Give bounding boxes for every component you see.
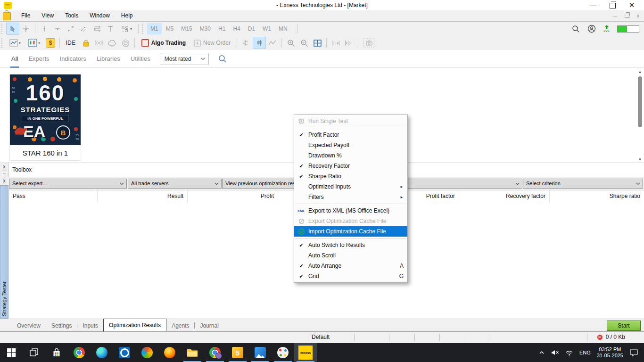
zoom-out-button[interactable] xyxy=(297,37,311,49)
column-header-result[interactable]: Result xyxy=(98,190,188,202)
timeframe-h4[interactable]: H4 xyxy=(230,23,243,34)
signals-broadcast-icon[interactable] xyxy=(92,37,106,49)
timeframe-m5[interactable]: M5 xyxy=(163,23,177,34)
shapes-tool-button[interactable]: ▾ xyxy=(117,23,136,35)
horizontal-line-tool-button[interactable] xyxy=(51,23,64,35)
market-tab-utilities[interactable]: Utilities xyxy=(131,50,150,68)
expert-select[interactable]: Select expert... xyxy=(9,179,127,189)
server-select[interactable]: All trade servers xyxy=(128,179,222,189)
menu-item-filters[interactable]: Filters► xyxy=(294,192,407,202)
zoom-in-button[interactable] xyxy=(284,37,297,49)
mdi-close-icon[interactable]: x xyxy=(637,13,639,18)
taskbar-outlook-icon[interactable] xyxy=(113,343,136,362)
column-header-pass[interactable]: Pass xyxy=(9,190,98,202)
algo-trading-button[interactable]: Algo Trading xyxy=(137,37,190,49)
market-tab-experts[interactable]: Experts xyxy=(28,50,49,68)
menu-tools[interactable]: Tools xyxy=(59,10,84,21)
menu-item-auto-arrange[interactable]: ✔Auto ArrangeA xyxy=(294,261,407,271)
profile-icon[interactable] xyxy=(587,25,596,33)
chart-shift-left-icon[interactable] xyxy=(342,37,355,49)
notification-center-icon[interactable] xyxy=(629,349,638,356)
menu-item-export-to-xml-ms-office-excel[interactable]: XMLExport to XML (MS Office Excel) xyxy=(294,206,407,216)
market-tab-libraries[interactable]: Libraries xyxy=(97,50,120,68)
taskbar-exness-icon[interactable]: exness xyxy=(294,343,317,362)
toolbar-grip[interactable] xyxy=(1,24,4,34)
tester-tab-agents[interactable]: Agents xyxy=(166,320,194,331)
new-order-button[interactable]: New Order xyxy=(190,37,234,49)
mdi-restore-icon[interactable] xyxy=(625,14,629,18)
taskbar-photos-icon[interactable] xyxy=(249,343,272,362)
community-globe-icon[interactable] xyxy=(119,37,132,49)
sort-dropdown[interactable]: Most rated xyxy=(161,53,209,65)
taskbar-microsoft-store-icon[interactable] xyxy=(45,343,68,362)
menu-item-sharpe-ratio[interactable]: ✔Sharpe Ratio xyxy=(294,171,407,181)
market-search-icon[interactable] xyxy=(218,55,227,63)
menu-item-import-optimization-cache-file[interactable]: Import Optimization Cache File xyxy=(294,226,407,237)
vps-cloud-icon[interactable] xyxy=(106,37,119,49)
timeframe-w1[interactable]: W1 xyxy=(259,23,274,34)
mdi-minimize-icon[interactable]: — xyxy=(613,14,617,18)
equidistant-lines-tool-button[interactable] xyxy=(91,23,104,35)
taskbar-paint-icon[interactable] xyxy=(272,343,294,362)
depth-of-market-button[interactable] xyxy=(239,37,253,49)
column-header-recovery-factor[interactable]: Recovery factor xyxy=(459,190,550,202)
market-product-card[interactable]: 160 STRATEGIES IN ONE POWERFUL EA B 58 5… xyxy=(9,74,81,161)
menu-window[interactable]: Window xyxy=(84,10,116,21)
line-chart-type-button[interactable]: ▾ xyxy=(6,37,24,49)
text-tool-button[interactable] xyxy=(104,23,117,35)
tester-tab-journal[interactable]: Journal xyxy=(195,320,223,331)
toolbar-grip[interactable] xyxy=(142,24,145,34)
candle-chart-type-button[interactable]: ▾ xyxy=(24,37,44,49)
minimize-button[interactable]: — xyxy=(590,2,597,9)
menu-item-expected-payoff[interactable]: Expected Payoff xyxy=(294,140,407,150)
scroll-down-icon[interactable]: ▼ xyxy=(636,156,644,162)
timeframe-m30[interactable]: M30 xyxy=(197,23,214,34)
market-store-icon[interactable] xyxy=(79,37,92,49)
ide-button[interactable]: IDE xyxy=(62,37,79,49)
timeframe-d1[interactable]: D1 xyxy=(245,23,258,34)
taskbar-firefox-icon[interactable] xyxy=(158,343,181,362)
hidden-icons-chevron-icon[interactable] xyxy=(538,350,545,355)
market-scrollbar[interactable]: ▲ ▼ xyxy=(636,69,644,162)
column-header-sharpe-ratio[interactable]: Sharpe ratio xyxy=(550,190,644,202)
status-profile-label[interactable]: Default xyxy=(312,334,330,340)
timeframe-h1[interactable]: H1 xyxy=(215,23,229,34)
taskbar-edge-icon[interactable] xyxy=(91,343,113,362)
market-tab-all[interactable]: All xyxy=(11,50,18,68)
menu-item-profit-factor[interactable]: ✔Profit Factor xyxy=(294,130,407,140)
menu-item-grid[interactable]: ✔GridG xyxy=(294,271,407,281)
column-header-profit[interactable]: Profit xyxy=(188,190,278,202)
restore-button[interactable] xyxy=(610,3,616,8)
tester-tab-settings[interactable]: Settings xyxy=(46,320,77,331)
tester-tab-optimization-results[interactable]: Optimization Results xyxy=(103,319,166,331)
taskbar-file-explorer-icon[interactable] xyxy=(181,343,204,362)
menu-item-auto-scroll[interactable]: Auto Scroll xyxy=(294,250,407,261)
timeframe-m1[interactable]: M1 xyxy=(147,23,162,34)
menu-item-auto-switch-to-results[interactable]: ✔Auto Switch to Results xyxy=(294,240,407,250)
zigzag-line-button[interactable] xyxy=(266,37,279,49)
crosshair-tool-button[interactable] xyxy=(19,23,33,35)
criterion-select[interactable]: Select criterion xyxy=(523,179,643,189)
menu-view[interactable]: View xyxy=(36,10,59,21)
wifi-icon[interactable] xyxy=(565,350,573,356)
taskbar-metatrader5-icon[interactable]: 5 xyxy=(226,343,249,362)
start-button[interactable]: Start xyxy=(607,321,641,331)
currency-button[interactable]: $ xyxy=(44,37,57,49)
menu-item-drawdown[interactable]: Drawdown % xyxy=(294,150,407,161)
menu-item-recovery-factor[interactable]: ✔Recovery Factor xyxy=(294,161,407,171)
taskbar-copilot-icon[interactable] xyxy=(136,343,158,362)
timeframe-m15[interactable]: M15 xyxy=(178,23,195,34)
taskbar-task-view-icon[interactable] xyxy=(23,343,45,362)
close-button[interactable]: ✕ xyxy=(628,1,636,9)
tester-tab-overview[interactable]: Overview xyxy=(12,320,46,331)
tester-close-icon[interactable]: x xyxy=(0,177,8,185)
menu-file[interactable]: File xyxy=(16,10,36,21)
tile-windows-button[interactable] xyxy=(311,37,324,49)
volume-muted-icon[interactable] xyxy=(551,349,559,356)
trendline-tool-button[interactable] xyxy=(64,23,77,35)
taskbar-chrome-profile-icon[interactable] xyxy=(204,343,226,362)
toolbox-close-icon[interactable]: x xyxy=(0,163,8,169)
taskbar-start-button-icon[interactable] xyxy=(0,343,23,362)
chart-shift-right-icon[interactable] xyxy=(329,37,342,49)
toolbox-grip[interactable] xyxy=(3,171,6,176)
